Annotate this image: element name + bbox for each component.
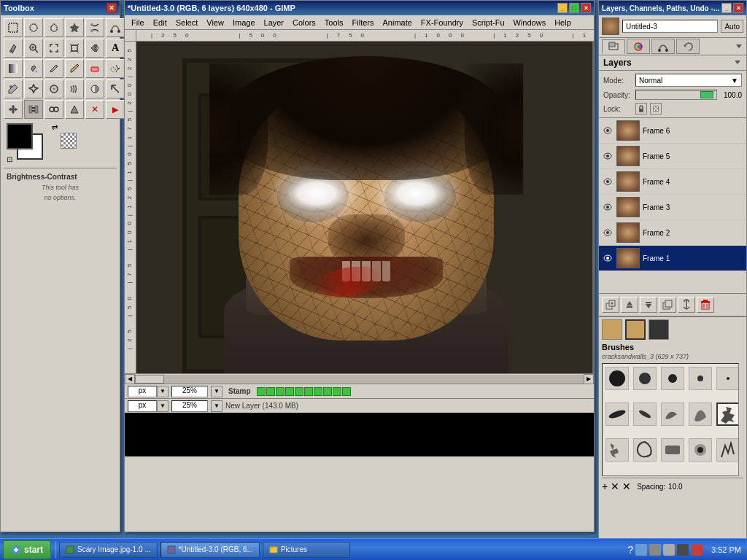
brush-swatch-2[interactable] — [625, 319, 646, 340]
canvas-container[interactable] — [136, 42, 594, 373]
tool-measure[interactable] — [106, 79, 125, 98]
layer-visibility-frame2[interactable] — [602, 227, 614, 238]
h-scrollbar-thumb[interactable] — [135, 375, 164, 384]
start-button[interactable]: start — [3, 540, 51, 559]
tool-flip[interactable] — [85, 39, 104, 58]
h-scrollbar-track[interactable] — [135, 375, 584, 384]
menu-help[interactable]: Help — [551, 17, 575, 28]
brush-item-13[interactable] — [661, 438, 684, 462]
tool-blend[interactable] — [4, 59, 23, 78]
toolbox-close-button[interactable]: ✕ — [107, 3, 117, 13]
tool-airbrush[interactable] — [106, 59, 125, 78]
layer-visibility-frame3[interactable] — [602, 201, 614, 213]
tool-smudge[interactable] — [65, 79, 84, 98]
layers-menu-button[interactable] — [733, 58, 742, 68]
lock-alpha-button[interactable] — [650, 103, 662, 114]
layer-list[interactable]: Frame 6 Frame 5 Frame 4 — [599, 118, 746, 293]
gimp-maximize-button[interactable]: □ — [569, 3, 579, 13]
brush-swatch-1[interactable] — [602, 319, 622, 340]
menu-view[interactable]: View — [203, 17, 228, 28]
tool-fuzzy-select[interactable] — [65, 18, 84, 37]
tool-ellipse-select[interactable] — [24, 18, 43, 37]
scroll-right-button[interactable]: ▶ — [584, 374, 594, 384]
brush-item-8[interactable] — [661, 402, 684, 426]
menu-image[interactable]: Image — [229, 17, 259, 28]
menu-file[interactable]: File — [128, 17, 148, 28]
zoom-dropdown-2[interactable]: ▼ — [211, 400, 222, 412]
raise-layer-button[interactable] — [621, 297, 638, 313]
tool-color-picker[interactable] — [4, 39, 23, 58]
foreground-color-swatch[interactable] — [7, 123, 33, 149]
swap-colors-button[interactable]: ⇄ — [52, 123, 58, 131]
layers-close-button[interactable]: ✕ — [733, 3, 743, 13]
horizontal-scrollbar[interactable]: ◀ ▶ — [125, 373, 594, 384]
brush-add-button[interactable]: + — [602, 481, 608, 492]
tool-text[interactable]: A — [106, 39, 125, 58]
layer-item-frame1[interactable]: Frame 1 — [599, 246, 746, 271]
layer-item-frame3[interactable]: Frame 3 — [599, 195, 746, 220]
tool-align[interactable] — [24, 100, 43, 119]
tool-lasso[interactable] — [44, 18, 63, 37]
brush-item-15[interactable] — [716, 438, 739, 462]
reset-colors-button[interactable]: ⊡ — [7, 155, 12, 163]
tab-paths[interactable] — [651, 39, 675, 53]
layers-minimize-button[interactable]: _ — [721, 3, 732, 13]
zoom-dropdown-1[interactable]: ▼ — [211, 386, 222, 397]
unit-selector-2[interactable]: px ▼ — [128, 400, 169, 412]
tool-heal[interactable] — [24, 79, 43, 98]
tool-extra4[interactable]: ▶ — [106, 100, 125, 119]
menu-colors[interactable]: Colors — [289, 17, 320, 28]
brush-item-9[interactable] — [689, 402, 712, 426]
lower-layer-button[interactable] — [640, 297, 657, 313]
tool-crop[interactable] — [44, 39, 63, 58]
tab-layers[interactable] — [602, 39, 625, 54]
tab-channels[interactable] — [627, 39, 650, 53]
menu-script-fu[interactable]: Script-Fu — [468, 17, 508, 28]
tool-pencil[interactable] — [44, 59, 63, 78]
tool-clone[interactable] — [4, 79, 23, 98]
tab-undo[interactable] — [676, 39, 700, 53]
brush-swatch-3[interactable] — [649, 319, 669, 340]
brush-item-12[interactable] — [633, 438, 657, 462]
brush-item-1[interactable] — [605, 367, 629, 390]
gimp-minimize-button[interactable]: _ — [557, 3, 568, 13]
tool-bucket[interactable] — [24, 59, 43, 78]
menu-select[interactable]: Select — [172, 17, 202, 28]
menu-windows[interactable]: Windows — [510, 17, 550, 28]
taskbar-item-untitled[interactable]: *Untitled-3.0 (RGB, 6... — [160, 542, 260, 558]
tray-help-icon[interactable]: ? — [627, 544, 633, 556]
tool-rect-select[interactable] — [4, 18, 23, 37]
menu-tools[interactable]: Tools — [321, 17, 347, 28]
layer-visibility-frame1[interactable] — [602, 252, 614, 264]
layers-tab-menu[interactable] — [735, 42, 743, 52]
layer-visibility-frame5[interactable] — [602, 150, 614, 162]
zoom-input-1[interactable]: 25% — [171, 386, 208, 397]
tool-paintbrush[interactable] — [65, 59, 84, 78]
tool-dodge-burn[interactable] — [85, 79, 104, 98]
layer-visibility-frame4[interactable] — [602, 176, 614, 187]
tool-scissors[interactable] — [85, 18, 104, 37]
brush-remove-button[interactable]: ✕ — [611, 481, 619, 492]
brush-item-6[interactable] — [605, 402, 629, 426]
layer-item-frame2[interactable]: Frame 2 — [599, 220, 746, 246]
opacity-slider[interactable] — [635, 90, 717, 100]
menu-filters[interactable]: Filters — [349, 17, 378, 28]
brush-item-3[interactable] — [661, 367, 684, 390]
unit-dropdown-1[interactable]: ▼ — [157, 386, 169, 397]
menu-fx-foundry[interactable]: FX-Foundry — [417, 17, 467, 28]
tool-zoom[interactable] — [24, 39, 43, 58]
brushes-grid[interactable] — [602, 363, 739, 476]
tool-paths[interactable] — [106, 18, 125, 37]
tool-extra1[interactable] — [44, 100, 63, 119]
mode-selector[interactable]: Normal ▼ — [635, 74, 742, 87]
delete-layer-button[interactable] — [697, 297, 714, 313]
brush-item-4[interactable] — [689, 367, 712, 390]
unit-dropdown-2[interactable]: ▼ — [157, 400, 169, 412]
tool-extra3[interactable]: ✕ — [85, 100, 104, 119]
tool-transform[interactable] — [65, 39, 84, 58]
brush-refresh-button[interactable]: ✕ — [622, 481, 631, 492]
menu-layer[interactable]: Layer — [260, 17, 288, 28]
zoom-input-2[interactable]: 25% — [171, 400, 208, 412]
tool-eraser[interactable] — [85, 59, 104, 78]
new-layer-button[interactable] — [602, 297, 619, 313]
